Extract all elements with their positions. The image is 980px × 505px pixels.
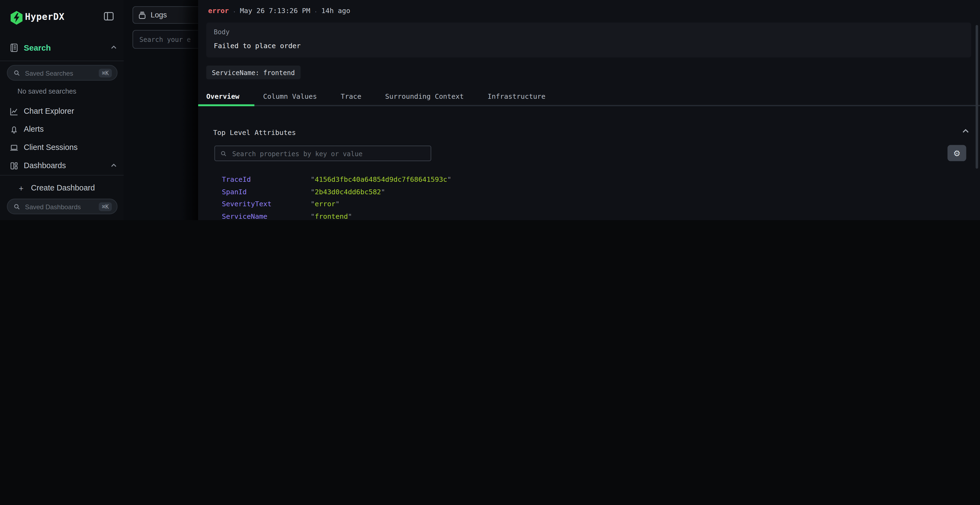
attr-row[interactable]: ServiceNamefrontend [222,210,451,220]
body-value: Failed to place order [214,42,301,50]
event-timestamp: May 26 7:13:26 PM [240,7,310,15]
search-icon [14,70,20,76]
body-card: Body Failed to place order [206,22,971,58]
sidebar-item-chart-explorer[interactable]: Chart Explorer [6,104,118,119]
dashboards-icon [6,161,21,170]
source-select[interactable]: Logs [132,6,198,24]
attr-row[interactable]: SeverityTexterror [222,198,451,210]
attr-row[interactable]: SpanId2b43d0c4dd6bc582 [222,186,451,198]
attr-row[interactable]: TraceId4156d3fbc40a64854d9dc7f68641593c [222,173,451,186]
tab-infrastructure[interactable]: Infrastructure [488,92,546,100]
top-level-property-search[interactable] [214,146,431,161]
detail-tabs: Overview Column Values Trace Surrounding… [206,91,546,102]
logs-source-icon [138,11,146,19]
sidebar-item-label: Dashboards [24,161,66,170]
chart-icon [6,106,21,116]
search-filters-panel: Logs Analysis Mode Results Table Event P… [124,0,198,220]
kbd-shortcut-badge: ⌘K [99,68,112,77]
event-header: error · May 26 7:13:26 PM · 14h ago [208,7,350,15]
no-saved-searches-note: No saved searches [18,87,76,95]
sidebar-item-search[interactable]: Search [6,40,118,55]
sidebar-item-label: Alerts [24,125,43,133]
top-level-rows: TraceId4156d3fbc40a64854d9dc7f68641593c … [222,173,451,220]
section-title-top-level: Top Level Attributes [213,129,296,137]
tab-trace[interactable]: Trace [340,92,361,100]
tab-surrounding-context[interactable]: Surrounding Context [385,92,464,100]
hyperdx-app: HyperDX Search ⌘K No saved searches [0,0,980,220]
sidebar-item-client-sessions[interactable]: Client Sessions [6,140,118,155]
divider [0,175,124,176]
saved-searches-search[interactable]: ⌘K [7,65,117,81]
top-level-search-input[interactable] [231,149,425,158]
journal-icon [6,43,21,52]
source-select-value: Logs [151,11,167,19]
search-icon [221,150,226,156]
saved-dashboards-search[interactable]: ⌘K [7,199,117,214]
event-search-box[interactable] [132,30,198,49]
event-relative-time: 14h ago [321,7,350,15]
tab-column-values[interactable]: Column Values [263,92,317,100]
sidebar-item-label: Client Sessions [24,143,78,152]
event-detail-panel: error · May 26 7:13:26 PM · 14h ago Body… [198,0,980,220]
divider [0,61,124,61]
service-name-chip[interactable]: ServiceName: frontend [206,65,301,79]
sidebar: HyperDX Search ⌘K No saved searches [0,0,124,220]
create-dashboard-button[interactable]: + Create Dashboard [19,181,95,195]
search-icon [14,203,20,210]
brand-name[interactable]: HyperDX [25,12,65,22]
sidebar-collapse-icon[interactable] [103,11,116,23]
hyperdx-logo-icon[interactable] [10,11,23,25]
chevron-up-icon[interactable] [110,162,118,170]
severity-badge: error [208,7,229,15]
gear-icon[interactable]: ⚙ [948,145,966,161]
sidebar-item-label: Search [24,43,51,52]
kbd-shortcut-badge: ⌘K [99,202,112,211]
scrollbar[interactable] [976,25,978,169]
sidebar-item-label: Chart Explorer [24,107,74,116]
body-label: Body [214,28,229,36]
active-tab-indicator [198,104,255,106]
create-dashboard-label: Create Dashboard [31,184,95,192]
plus-icon: + [19,183,24,193]
laptop-icon [6,143,21,152]
event-search-input[interactable] [138,35,198,44]
tab-overview[interactable]: Overview [206,92,240,100]
bell-icon [6,125,21,134]
saved-dashboards-input[interactable] [24,202,99,211]
sidebar-item-alerts[interactable]: Alerts [6,122,118,137]
saved-searches-input[interactable] [24,68,99,77]
sidebar-item-dashboards[interactable]: Dashboards [6,158,118,173]
collapse-section-icon[interactable] [961,127,971,137]
chevron-up-icon[interactable] [110,44,118,51]
tab-underline [198,105,980,106]
